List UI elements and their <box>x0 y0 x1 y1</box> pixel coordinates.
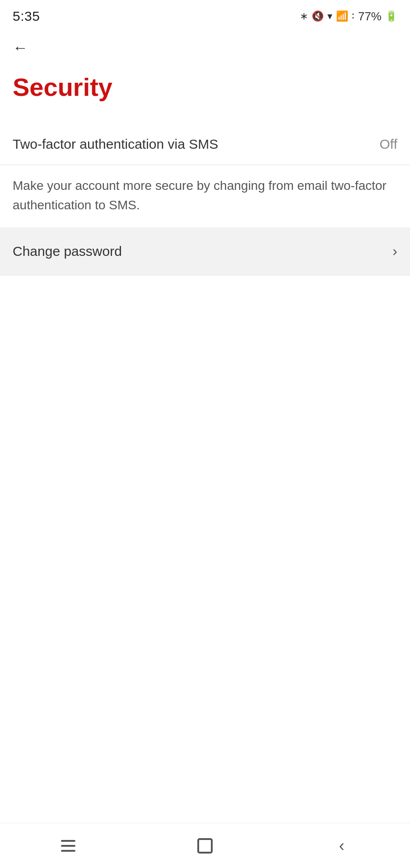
mute-icon: 🔇 <box>312 10 324 22</box>
change-password-label: Change password <box>13 244 122 259</box>
content-area: Two-factor authentication via SMS Off Ma… <box>0 110 410 276</box>
status-icons: ∗ 🔇 ▾ 📶 ∶ 77% 🔋 <box>300 9 397 24</box>
battery-icon: 🔋 <box>385 10 397 22</box>
recent-apps-button[interactable] <box>50 832 86 859</box>
change-password-row[interactable]: Change password › <box>0 227 410 275</box>
wifi-icon: 📶 <box>336 10 348 22</box>
signal-icon: ∶ <box>352 10 354 22</box>
back-button-row: ← <box>0 31 410 60</box>
back-button[interactable]: ← <box>13 40 28 55</box>
change-password-divider <box>0 275 410 275</box>
recent-apps-icon <box>61 840 75 852</box>
status-time: 5:35 <box>13 9 40 24</box>
status-bar: 5:35 ∗ 🔇 ▾ 📶 ∶ 77% 🔋 <box>0 0 410 31</box>
home-button[interactable] <box>187 832 223 859</box>
back-nav-icon: ‹ <box>339 838 345 854</box>
bottom-nav: ‹ <box>0 823 410 868</box>
description-text: Make your account more secure by changin… <box>0 165 410 228</box>
page-title: Security <box>13 73 397 101</box>
two-factor-row[interactable]: Two-factor authentication via SMS Off <box>0 124 410 165</box>
two-factor-label: Two-factor authentication via SMS <box>13 137 218 152</box>
back-nav-button[interactable]: ‹ <box>324 832 360 859</box>
two-factor-status: Off <box>380 137 397 152</box>
battery-text: 77% <box>358 9 382 24</box>
home-icon <box>197 838 213 854</box>
page-title-row: Security <box>0 60 410 110</box>
change-password-section: Change password › <box>0 227 410 275</box>
description-content: Make your account more secure by changin… <box>13 179 387 212</box>
bluetooth-icon: ∗ <box>300 10 308 22</box>
location-icon: ▾ <box>327 10 332 22</box>
chevron-right-icon: › <box>392 243 397 259</box>
